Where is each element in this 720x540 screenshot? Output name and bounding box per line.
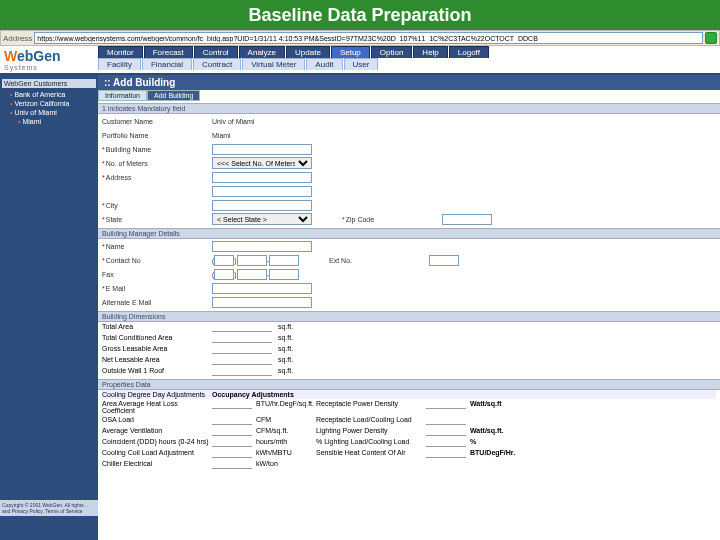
- label-city: City: [102, 202, 212, 209]
- nav-tab-setup[interactable]: Setup: [331, 46, 370, 58]
- dim-row: Net Leasable Areasq.ft.: [98, 355, 720, 366]
- label-state: State: [102, 216, 212, 223]
- subnav-facility[interactable]: Facility: [98, 58, 141, 70]
- prop-input-right[interactable]: [426, 416, 466, 425]
- value-customer: Univ of Miami: [212, 118, 254, 125]
- subnav-user[interactable]: User: [344, 58, 379, 70]
- nav-tab-forecast[interactable]: Forecast: [144, 46, 193, 58]
- prop-input-right[interactable]: [426, 427, 466, 436]
- nav-tab-monitor[interactable]: Monitor: [98, 46, 143, 58]
- input-altemail[interactable]: [212, 297, 312, 308]
- prop-input-right[interactable]: [426, 449, 466, 458]
- prop-input-left[interactable]: [212, 427, 252, 436]
- prop-subheaders: Cooling Degree Day Adjustments Occupancy…: [102, 390, 716, 399]
- sub-tabs: InformationAdd Building: [98, 90, 720, 101]
- input-email[interactable]: [212, 283, 312, 294]
- input-contact-num[interactable]: [269, 255, 299, 266]
- prop-row: Coincident (DDD) hours (0-24 hrs)hours/m…: [102, 437, 716, 448]
- subnav-virtual-meter[interactable]: Virtual Meter: [242, 58, 305, 70]
- input-fax-num[interactable]: [269, 269, 299, 280]
- nav-tab-logoff[interactable]: Logoff: [449, 46, 489, 58]
- prop-row: OSA LoadCFMReceptacle Load/Cooling Load: [102, 415, 716, 426]
- dim-row: Total Areasq.ft.: [98, 322, 720, 333]
- go-icon[interactable]: [705, 32, 717, 44]
- nav-tab-option[interactable]: Option: [371, 46, 413, 58]
- prop-input-right[interactable]: [426, 438, 466, 447]
- prop-input-left[interactable]: [212, 400, 252, 409]
- label-portfolio: Portfolio Name: [102, 132, 212, 139]
- input-ext[interactable]: [429, 255, 459, 266]
- prop-input-left[interactable]: [212, 460, 252, 469]
- prop-input-right[interactable]: [426, 400, 466, 409]
- address-label: Address: [3, 34, 32, 43]
- select-state[interactable]: < Select State >: [212, 213, 312, 225]
- dim-row: Gross Leasable Areasq.ft.: [98, 344, 720, 355]
- input-address1[interactable]: [212, 172, 312, 183]
- input-address2[interactable]: [212, 186, 312, 197]
- label-address: Address: [102, 174, 212, 181]
- label-ext: Ext No.: [329, 257, 429, 264]
- input-contact-ex[interactable]: [237, 255, 267, 266]
- logo: WebGen Systems: [0, 46, 98, 73]
- browser-address-bar: Address: [0, 30, 720, 46]
- sidebar-item[interactable]: Verizon California: [2, 99, 96, 108]
- input-fax-ex[interactable]: [237, 269, 267, 280]
- nav-tab-update[interactable]: Update: [286, 46, 330, 58]
- value-portfolio: Miami: [212, 132, 231, 139]
- label-email: E Mail: [102, 285, 212, 292]
- input-building[interactable]: [212, 144, 312, 155]
- section-mandatory-note: 1 indicates Mandatory field: [98, 103, 720, 114]
- dim-value[interactable]: [212, 367, 272, 376]
- input-contact-area[interactable]: [214, 255, 234, 266]
- dim-value[interactable]: [212, 356, 272, 365]
- subnav-contract[interactable]: Contract: [193, 58, 241, 70]
- sidebar-subitem[interactable]: Miami: [2, 117, 96, 126]
- label-building: Building Name: [102, 146, 212, 153]
- sidebar: WebGen Customers Bank of AmericaVerizon …: [0, 75, 98, 540]
- label-zip: Zip Code: [342, 216, 442, 223]
- copyright: Copyright © 2001 WebGen. All rights ... …: [0, 500, 98, 516]
- prop-input-left[interactable]: [212, 449, 252, 458]
- dim-value[interactable]: [212, 323, 272, 332]
- label-contact: Contact No: [102, 257, 212, 264]
- breadcrumb: :: Add Building: [98, 75, 720, 90]
- app-header: WebGen Systems MonitorForecastControlAna…: [0, 46, 720, 75]
- prop-row: Chiller ElectricalkW/ton: [102, 459, 716, 470]
- input-fax-area[interactable]: [214, 269, 234, 280]
- nav-tabs: MonitorForecastControlAnalyzeUpdateSetup…: [98, 46, 720, 70]
- address-input[interactable]: [34, 32, 703, 44]
- subtab-information[interactable]: Information: [98, 90, 147, 101]
- section-properties: Properties Data: [98, 379, 720, 390]
- section-building-manager: Building Manager Details: [98, 228, 720, 239]
- prop-row: Average VentilationCFM/sq.ft.Lighting Po…: [102, 426, 716, 437]
- sidebar-item[interactable]: Bank of America: [2, 90, 96, 99]
- subtab-add-building[interactable]: Add Building: [147, 90, 200, 101]
- label-meters: No. of Meters: [102, 160, 212, 167]
- subnav-financial[interactable]: Financial: [142, 58, 192, 70]
- prop-row: Area Average Heat Loss CoefficientBTU/hr…: [102, 399, 716, 415]
- subnav-audit[interactable]: Audit: [306, 58, 342, 70]
- sidebar-item[interactable]: Univ of Miami: [2, 108, 96, 117]
- nav-tab-analyze[interactable]: Analyze: [239, 46, 285, 58]
- prop-row: Cooling Coil Load AdjustmentkWh/MBTUSens…: [102, 448, 716, 459]
- label-customer: Customer Name: [102, 118, 212, 125]
- label-altemail: Alternate E Mail: [102, 299, 212, 306]
- dim-row: Total Conditioned Areasq.ft.: [98, 333, 720, 344]
- content-area: :: Add Building InformationAdd Building …: [98, 75, 720, 540]
- section-building-dimensions: Building Dimensions: [98, 311, 720, 322]
- prop-input-left[interactable]: [212, 438, 252, 447]
- input-city[interactable]: [212, 200, 312, 211]
- sidebar-header: WebGen Customers: [2, 79, 96, 88]
- nav-tab-help[interactable]: Help: [413, 46, 447, 58]
- slide-title: Baseline Data Preparation: [0, 0, 720, 30]
- nav-tab-control[interactable]: Control: [194, 46, 238, 58]
- label-fax: Fax: [102, 271, 212, 278]
- input-zip[interactable]: [442, 214, 492, 225]
- input-name[interactable]: [212, 241, 312, 252]
- prop-input-left[interactable]: [212, 416, 252, 425]
- select-meters[interactable]: <<< Select No. Of Meters>>>: [212, 157, 312, 169]
- dim-value[interactable]: [212, 345, 272, 354]
- dim-row: Outside Wall 1 Roofsq.ft.: [98, 366, 720, 377]
- dim-value[interactable]: [212, 334, 272, 343]
- label-name: Name: [102, 243, 212, 250]
